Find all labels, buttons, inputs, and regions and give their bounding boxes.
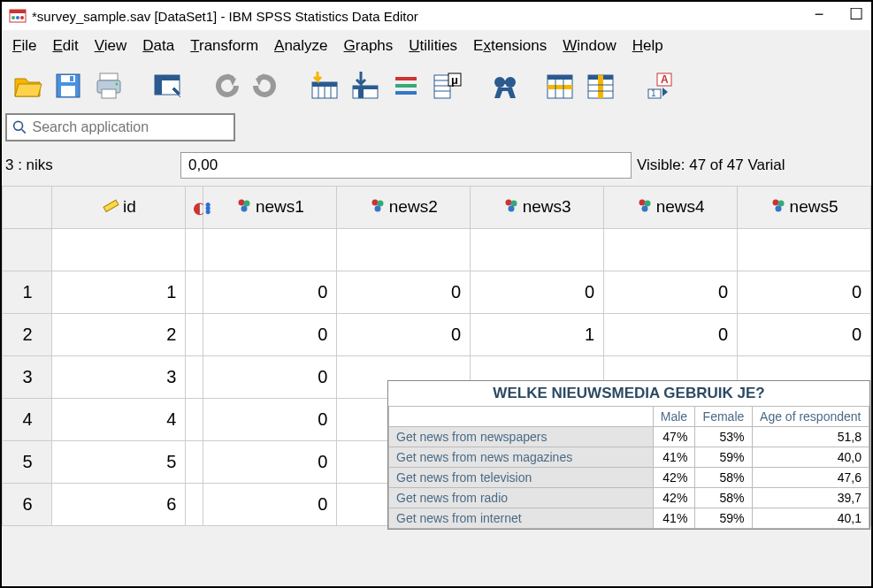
svg-rect-25	[395, 84, 417, 88]
svg-point-64	[641, 206, 647, 212]
svg-rect-26	[395, 91, 417, 95]
svg-point-66	[777, 201, 784, 207]
cell[interactable]: 0	[203, 441, 337, 484]
value-labels-button[interactable]: μ	[430, 69, 463, 103]
cell[interactable]: 6	[52, 484, 186, 526]
data-view-button[interactable]	[150, 69, 184, 103]
pivot-row: Get news from television42%58%47,6	[389, 468, 869, 488]
insert-cases-button[interactable]	[543, 69, 577, 103]
undo-button[interactable]	[209, 69, 242, 103]
maximize-icon[interactable]: ☐	[848, 8, 864, 24]
row-header[interactable]: 3	[3, 356, 52, 399]
cell[interactable]: 0	[203, 356, 337, 399]
menu-graphs[interactable]: Graphs	[344, 37, 394, 55]
pivot-row: Get news from news magazines41%59%40,0	[389, 447, 869, 468]
svg-point-12	[116, 83, 119, 86]
cell[interactable]: 0	[738, 271, 871, 314]
cell[interactable]: 5	[52, 441, 186, 484]
cell[interactable]: 3	[52, 356, 186, 399]
cell[interactable]: 4	[52, 399, 186, 441]
svg-rect-27	[434, 75, 450, 98]
svg-rect-1	[10, 10, 26, 13]
cell[interactable]: 2	[52, 314, 186, 356]
cell[interactable]: 1	[52, 271, 186, 314]
print-button[interactable]	[92, 69, 126, 103]
cell[interactable]: 0	[471, 271, 604, 314]
drag-handle-icon[interactable]: ●●●	[204, 202, 211, 213]
svg-point-58	[374, 206, 380, 212]
col-news3-header[interactable]: news3	[471, 187, 604, 229]
pivot-row: Get news from newspapers47%53%51,8	[389, 427, 869, 447]
svg-point-63	[644, 201, 650, 207]
redo-button[interactable]	[249, 69, 283, 103]
svg-point-2	[11, 16, 15, 19]
corner-cell	[3, 187, 52, 229]
split-a-button[interactable]: A1	[642, 69, 676, 103]
cell[interactable]: 0	[337, 271, 471, 314]
svg-rect-8	[70, 76, 73, 81]
search-box[interactable]	[5, 113, 235, 141]
svg-line-51	[22, 129, 26, 133]
search-input[interactable]	[30, 118, 228, 136]
svg-rect-38	[548, 85, 572, 89]
cell[interactable]: 0	[604, 271, 738, 314]
goto-case-button[interactable]	[308, 69, 341, 103]
goto-variable-button[interactable]	[348, 69, 382, 103]
menu-file[interactable]: File	[12, 37, 36, 55]
cell[interactable]: 0	[604, 314, 738, 356]
menu-extensions[interactable]: Extensions	[473, 37, 547, 55]
pivot-row: Get news from radio42%58%39,7	[389, 488, 869, 508]
cell[interactable]: 0	[203, 271, 337, 314]
menu-edit[interactable]: Edit	[52, 37, 78, 55]
pivot-col-female: Female	[695, 407, 752, 427]
svg-rect-7	[61, 86, 75, 96]
row-header[interactable]: 5	[3, 441, 52, 484]
cell[interactable]: 0	[337, 314, 471, 356]
svg-point-56	[371, 200, 378, 206]
col-news1-header[interactable]: ●●● news1	[203, 187, 337, 229]
menu-utilities[interactable]: Utilities	[409, 37, 457, 55]
pivot-empty-header	[389, 407, 654, 427]
open-button[interactable]	[11, 69, 44, 103]
find-button[interactable]	[488, 69, 522, 103]
row-header[interactable]: 6	[3, 484, 52, 526]
col-id-header[interactable]: id	[52, 187, 186, 229]
cell[interactable]: 0	[203, 314, 337, 356]
table-row[interactable]: 1100000	[3, 271, 871, 314]
cell[interactable]: 0	[203, 484, 337, 526]
svg-rect-9	[100, 73, 118, 80]
menu-window[interactable]: Window	[563, 37, 616, 55]
nominal-icon	[236, 197, 252, 218]
svg-rect-35	[503, 80, 507, 84]
row-header[interactable]: 2	[3, 314, 52, 356]
col-news5-header[interactable]: news5	[738, 187, 871, 229]
toolbar: μ A1	[2, 62, 871, 110]
menu-analyze[interactable]: Analyze	[274, 37, 327, 55]
cell[interactable]: 0	[203, 399, 337, 441]
cell[interactable]: 1	[471, 314, 604, 356]
save-button[interactable]	[51, 69, 85, 103]
svg-rect-24	[395, 77, 417, 80]
table-row[interactable]: 2200100	[3, 314, 871, 356]
variables-button[interactable]	[389, 69, 423, 103]
svg-text:μ: μ	[451, 73, 458, 87]
search-row	[2, 110, 871, 149]
nominal-icon	[637, 197, 653, 218]
menu-data[interactable]: Data	[142, 37, 174, 55]
col-spacer-header[interactable]: ◐	[186, 187, 203, 229]
menu-transform[interactable]: Transform	[190, 37, 258, 55]
cell-value-display[interactable]: 0,00	[180, 152, 632, 179]
svg-point-50	[14, 121, 23, 130]
col-news2-header[interactable]: news2	[337, 187, 471, 229]
svg-point-59	[505, 200, 511, 206]
svg-text:1: 1	[651, 88, 656, 98]
visible-vars-label: Visible: 47 of 47 Varial	[632, 157, 785, 174]
insert-variable-button[interactable]	[584, 69, 617, 103]
minimize-icon[interactable]: −	[811, 8, 827, 24]
menu-help[interactable]: Help	[632, 37, 663, 55]
row-header[interactable]: 4	[3, 399, 52, 441]
cell[interactable]: 0	[738, 314, 871, 356]
menu-view[interactable]: View	[95, 37, 127, 55]
col-news4-header[interactable]: news4	[604, 187, 738, 229]
row-header[interactable]: 1	[3, 271, 52, 314]
